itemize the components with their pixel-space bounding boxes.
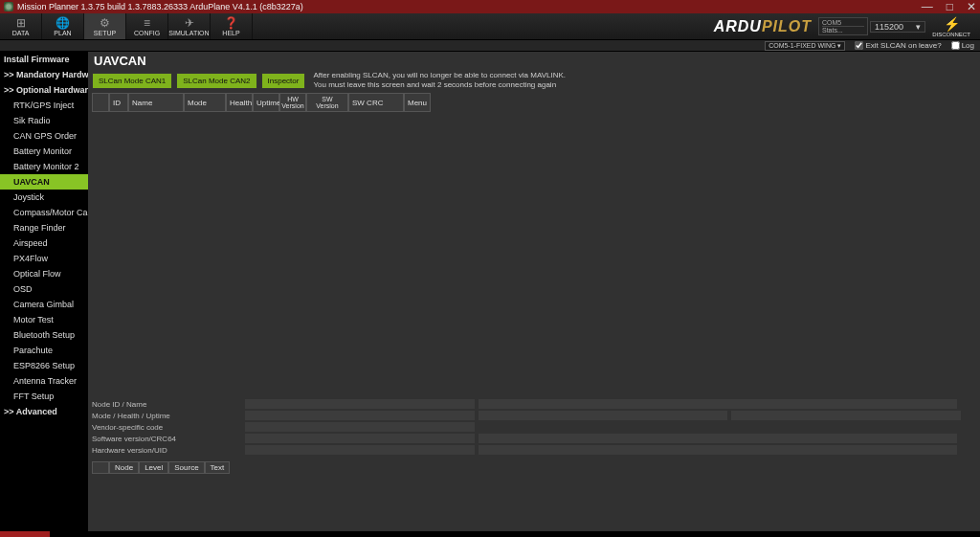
- nodes-table-header: ID Name Mode Health Uptime HWVersion SWV…: [92, 93, 976, 112]
- toolbar-data[interactable]: ⊞DATA: [0, 13, 42, 39]
- sidebar-item-sik-radio[interactable]: Sik Radio: [0, 113, 88, 128]
- content-pane: UAVCAN SLCan Mode CAN1 SLCan Mode CAN2 I…: [88, 52, 980, 531]
- sidebar-item-px4flow[interactable]: PX4Flow: [0, 251, 88, 266]
- slcan-can2-button[interactable]: SLCan Mode CAN2: [176, 73, 256, 89]
- sidebar-item--advanced[interactable]: >> Advanced: [0, 404, 88, 419]
- sidebar-item-range-finder[interactable]: Range Finder: [0, 220, 88, 235]
- sidebar-item-osd[interactable]: OSD: [0, 281, 88, 297]
- col-hwver[interactable]: HWVersion: [279, 93, 306, 112]
- disconnect-icon: ⚡: [944, 16, 960, 32]
- sidebar-item-battery-monitor[interactable]: Battery Monitor: [0, 144, 88, 159]
- page-title: UAVCAN: [88, 52, 980, 70]
- toolbar-config[interactable]: ≡CONFIG: [126, 13, 168, 39]
- maximize-button[interactable]: □: [947, 0, 953, 13]
- footer-indicator: [0, 531, 50, 537]
- titlebar: Mission Planner 1.3.75 build 1.3.7883.26…: [0, 0, 980, 13]
- close-button[interactable]: ✕: [967, 0, 976, 13]
- slcan-can1-button[interactable]: SLCan Mode CAN1: [92, 73, 172, 89]
- col-name[interactable]: Name: [128, 93, 184, 112]
- col-mode[interactable]: Mode: [184, 93, 226, 112]
- toolbar-simulation[interactable]: ✈SIMULATION: [168, 13, 211, 39]
- sidebar-item--mandatory-hardware[interactable]: >> Mandatory Hardware: [0, 67, 88, 82]
- sidebar-item-optical-flow[interactable]: Optical Flow: [0, 266, 88, 281]
- sidebar-item-uavcan[interactable]: UAVCAN: [0, 174, 88, 190]
- log-table-header: Node Level Source Text: [92, 461, 976, 474]
- sidebar-item-compass-motor-calib[interactable]: Compass/Motor Calib: [0, 205, 88, 220]
- col-node[interactable]: Node: [109, 461, 139, 474]
- col-source[interactable]: Source: [168, 461, 204, 474]
- app-icon: [4, 2, 13, 11]
- sidebar-item-airspeed[interactable]: Airspeed: [0, 235, 88, 251]
- sidebar-item--optional-hardware[interactable]: >> Optional Hardware: [0, 82, 88, 98]
- help-icon: ❓: [224, 16, 239, 30]
- sidebar-item-battery-monitor-2[interactable]: Battery Monitor 2: [0, 159, 88, 174]
- node-info: Node ID / Name Mode / Health / Uptime Ve…: [92, 397, 976, 457]
- sidebar-item-rtk-gps-inject[interactable]: RTK/GPS Inject: [0, 98, 88, 113]
- sidebar-item-motor-test[interactable]: Motor Test: [0, 312, 88, 327]
- sidebar: Install Firmware>> Mandatory Hardware>> …: [0, 52, 88, 531]
- sidebar-item-esp8266-setup[interactable]: ESP8266 Setup: [0, 358, 88, 373]
- sidebar-item-can-gps-order[interactable]: CAN GPS Order: [0, 128, 88, 144]
- minimize-button[interactable]: —: [922, 0, 933, 13]
- status-strip: COM5-1-FIXED WING ▾ Exit SLCAN on leave?…: [0, 40, 980, 52]
- sidebar-item-bluetooth-setup[interactable]: Bluetooth Setup: [0, 327, 88, 343]
- slcan-notice: After enabling SLCAN, you will no longer…: [313, 71, 566, 90]
- plan-icon: 🌐: [56, 16, 71, 30]
- col-text[interactable]: Text: [205, 461, 231, 474]
- col-swver[interactable]: SWVersion: [306, 93, 348, 112]
- baud-selector[interactable]: 115200▾: [870, 21, 925, 33]
- col-health[interactable]: Health: [226, 93, 253, 112]
- setup-icon: ⚙: [98, 16, 113, 30]
- toolbar-help[interactable]: ❓HELP: [211, 13, 253, 39]
- exit-slcan-checkbox[interactable]: Exit SLCAN on leave?: [855, 41, 941, 50]
- simulation-icon: ✈: [182, 16, 197, 30]
- config-icon: ≡: [140, 16, 155, 30]
- sidebar-item-fft-setup[interactable]: FFT Setup: [0, 389, 88, 404]
- col-id[interactable]: ID: [109, 93, 128, 112]
- col-menu[interactable]: Menu: [404, 93, 431, 112]
- toolbar-plan[interactable]: 🌐PLAN: [42, 13, 84, 39]
- ardupilot-logo: ARDUPILOT: [714, 18, 812, 35]
- log-checkbox[interactable]: Log: [951, 41, 974, 50]
- toolbar-setup[interactable]: ⚙SETUP: [84, 13, 126, 39]
- sidebar-item-install-firmware[interactable]: Install Firmware: [0, 52, 88, 67]
- sidebar-item-camera-gimbal[interactable]: Camera Gimbal: [0, 297, 88, 312]
- data-icon: ⊞: [13, 16, 29, 30]
- window-title: Mission Planner 1.3.75 build 1.3.7883.26…: [17, 2, 303, 11]
- vehicle-selector[interactable]: COM5-1-FIXED WING ▾: [765, 41, 845, 51]
- port-selector[interactable]: COM5 Stats...: [818, 17, 868, 35]
- sidebar-item-parachute[interactable]: Parachute: [0, 343, 88, 358]
- col-uptime[interactable]: Uptime: [253, 93, 279, 112]
- col-swcrc[interactable]: SW CRC: [348, 93, 404, 112]
- sidebar-item-joystick[interactable]: Joystick: [0, 190, 88, 205]
- inspector-button[interactable]: Inspector: [261, 73, 306, 89]
- sidebar-item-antenna-tracker[interactable]: Antenna Tracker: [0, 373, 88, 389]
- disconnect-button[interactable]: ⚡ DISCONNECT: [926, 16, 976, 37]
- col-level[interactable]: Level: [139, 461, 168, 474]
- main-toolbar: ⊞DATA🌐PLAN⚙SETUP≡CONFIG✈SIMULATION❓HELP …: [0, 13, 980, 40]
